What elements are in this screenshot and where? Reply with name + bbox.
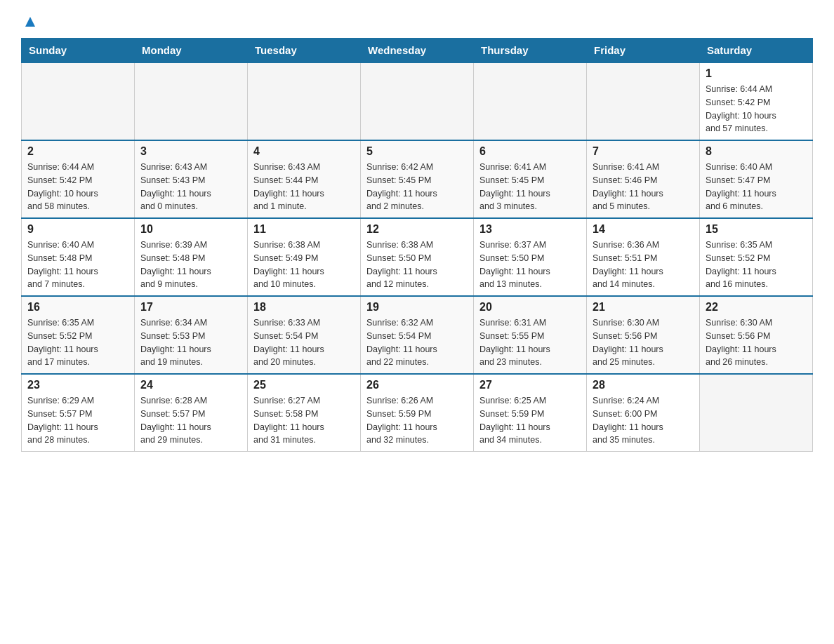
day-number: 2 xyxy=(27,145,128,158)
weekday-header-row: SundayMondayTuesdayWednesdayThursdayFrid… xyxy=(22,39,813,63)
calendar-cell: 26Sunrise: 6:26 AMSunset: 5:59 PMDayligh… xyxy=(361,374,474,452)
day-info: Sunrise: 6:27 AMSunset: 5:58 PMDaylight:… xyxy=(253,394,355,447)
calendar-cell xyxy=(135,62,248,140)
calendar-cell: 19Sunrise: 6:32 AMSunset: 5:54 PMDayligh… xyxy=(361,296,474,374)
day-info: Sunrise: 6:38 AMSunset: 5:50 PMDaylight:… xyxy=(366,239,468,291)
calendar-cell: 18Sunrise: 6:33 AMSunset: 5:54 PMDayligh… xyxy=(248,296,361,374)
day-number: 27 xyxy=(479,379,581,391)
day-number: 25 xyxy=(253,379,355,391)
day-number: 22 xyxy=(706,301,807,314)
calendar-cell xyxy=(474,62,587,140)
calendar-cell: 24Sunrise: 6:28 AMSunset: 5:57 PMDayligh… xyxy=(135,374,248,452)
calendar-week-row: 2Sunrise: 6:44 AMSunset: 5:42 PMDaylight… xyxy=(22,140,813,218)
day-info: Sunrise: 6:42 AMSunset: 5:45 PMDaylight:… xyxy=(366,161,468,213)
day-number: 17 xyxy=(140,301,241,314)
calendar-cell: 4Sunrise: 6:43 AMSunset: 5:44 PMDaylight… xyxy=(248,140,361,218)
day-info: Sunrise: 6:43 AMSunset: 5:43 PMDaylight:… xyxy=(140,161,241,213)
weekday-header-saturday: Saturday xyxy=(700,39,813,63)
calendar-week-row: 1Sunrise: 6:44 AMSunset: 5:42 PMDaylight… xyxy=(22,62,813,140)
day-info: Sunrise: 6:29 AMSunset: 5:57 PMDaylight:… xyxy=(27,394,128,447)
day-number: 10 xyxy=(140,223,241,236)
day-info: Sunrise: 6:41 AMSunset: 5:46 PMDaylight:… xyxy=(593,161,694,213)
day-info: Sunrise: 6:28 AMSunset: 5:57 PMDaylight:… xyxy=(140,394,241,447)
day-info: Sunrise: 6:41 AMSunset: 5:45 PMDaylight:… xyxy=(479,161,581,213)
calendar-cell: 9Sunrise: 6:40 AMSunset: 5:48 PMDaylight… xyxy=(22,218,135,296)
day-info: Sunrise: 6:32 AMSunset: 5:54 PMDaylight:… xyxy=(366,316,468,369)
calendar-cell: 17Sunrise: 6:34 AMSunset: 5:53 PMDayligh… xyxy=(135,296,248,374)
calendar-cell: 16Sunrise: 6:35 AMSunset: 5:52 PMDayligh… xyxy=(22,296,135,374)
calendar-cell: 2Sunrise: 6:44 AMSunset: 5:42 PMDaylight… xyxy=(22,140,135,218)
day-number: 19 xyxy=(366,301,468,314)
page-header xyxy=(21,14,813,31)
calendar-cell: 23Sunrise: 6:29 AMSunset: 5:57 PMDayligh… xyxy=(22,374,135,452)
day-info: Sunrise: 6:25 AMSunset: 5:59 PMDaylight:… xyxy=(479,394,581,447)
day-number: 8 xyxy=(706,145,807,158)
day-number: 3 xyxy=(140,145,241,158)
day-number: 6 xyxy=(479,145,581,158)
day-info: Sunrise: 6:44 AMSunset: 5:42 PMDaylight:… xyxy=(27,161,128,213)
calendar-cell xyxy=(361,62,474,140)
calendar-cell xyxy=(700,374,813,452)
calendar-cell: 7Sunrise: 6:41 AMSunset: 5:46 PMDaylight… xyxy=(587,140,700,218)
day-number: 14 xyxy=(593,223,694,236)
day-info: Sunrise: 6:34 AMSunset: 5:53 PMDaylight:… xyxy=(140,316,241,369)
day-info: Sunrise: 6:40 AMSunset: 5:47 PMDaylight:… xyxy=(706,161,807,213)
weekday-header-sunday: Sunday xyxy=(22,39,135,63)
day-info: Sunrise: 6:36 AMSunset: 5:51 PMDaylight:… xyxy=(593,239,694,291)
day-number: 4 xyxy=(253,145,355,158)
calendar-week-row: 23Sunrise: 6:29 AMSunset: 5:57 PMDayligh… xyxy=(22,374,813,452)
logo xyxy=(21,14,38,31)
calendar-cell: 10Sunrise: 6:39 AMSunset: 5:48 PMDayligh… xyxy=(135,218,248,296)
calendar-cell: 20Sunrise: 6:31 AMSunset: 5:55 PMDayligh… xyxy=(474,296,587,374)
day-info: Sunrise: 6:31 AMSunset: 5:55 PMDaylight:… xyxy=(479,316,581,369)
day-number: 23 xyxy=(27,379,128,391)
day-number: 15 xyxy=(706,223,807,236)
calendar-week-row: 16Sunrise: 6:35 AMSunset: 5:52 PMDayligh… xyxy=(22,296,813,374)
calendar-cell: 13Sunrise: 6:37 AMSunset: 5:50 PMDayligh… xyxy=(474,218,587,296)
day-info: Sunrise: 6:44 AMSunset: 5:42 PMDaylight:… xyxy=(706,83,807,135)
weekday-header-friday: Friday xyxy=(587,39,700,63)
day-info: Sunrise: 6:35 AMSunset: 5:52 PMDaylight:… xyxy=(706,239,807,291)
calendar-cell xyxy=(22,62,135,140)
day-number: 9 xyxy=(27,223,128,236)
day-number: 12 xyxy=(366,223,468,236)
calendar-cell xyxy=(248,62,361,140)
day-info: Sunrise: 6:43 AMSunset: 5:44 PMDaylight:… xyxy=(253,161,355,213)
day-info: Sunrise: 6:24 AMSunset: 6:00 PMDaylight:… xyxy=(593,394,694,447)
day-number: 21 xyxy=(593,301,694,314)
weekday-header-thursday: Thursday xyxy=(474,39,587,63)
svg-marker-0 xyxy=(25,17,35,27)
day-number: 16 xyxy=(27,301,128,314)
day-info: Sunrise: 6:39 AMSunset: 5:48 PMDaylight:… xyxy=(140,239,241,291)
calendar-cell: 6Sunrise: 6:41 AMSunset: 5:45 PMDaylight… xyxy=(474,140,587,218)
day-number: 26 xyxy=(366,379,468,391)
day-number: 20 xyxy=(479,301,581,314)
calendar-cell: 3Sunrise: 6:43 AMSunset: 5:43 PMDaylight… xyxy=(135,140,248,218)
day-number: 7 xyxy=(593,145,694,158)
day-number: 28 xyxy=(593,379,694,391)
calendar-cell: 1Sunrise: 6:44 AMSunset: 5:42 PMDaylight… xyxy=(700,62,813,140)
calendar-cell: 5Sunrise: 6:42 AMSunset: 5:45 PMDaylight… xyxy=(361,140,474,218)
calendar-cell: 27Sunrise: 6:25 AMSunset: 5:59 PMDayligh… xyxy=(474,374,587,452)
day-info: Sunrise: 6:35 AMSunset: 5:52 PMDaylight:… xyxy=(27,316,128,369)
calendar-cell: 14Sunrise: 6:36 AMSunset: 5:51 PMDayligh… xyxy=(587,218,700,296)
calendar-cell: 12Sunrise: 6:38 AMSunset: 5:50 PMDayligh… xyxy=(361,218,474,296)
day-info: Sunrise: 6:33 AMSunset: 5:54 PMDaylight:… xyxy=(253,316,355,369)
calendar-week-row: 9Sunrise: 6:40 AMSunset: 5:48 PMDaylight… xyxy=(22,218,813,296)
calendar-table: SundayMondayTuesdayWednesdayThursdayFrid… xyxy=(21,38,813,452)
calendar-cell: 15Sunrise: 6:35 AMSunset: 5:52 PMDayligh… xyxy=(700,218,813,296)
calendar-cell: 8Sunrise: 6:40 AMSunset: 5:47 PMDaylight… xyxy=(700,140,813,218)
day-number: 18 xyxy=(253,301,355,314)
calendar-cell: 11Sunrise: 6:38 AMSunset: 5:49 PMDayligh… xyxy=(248,218,361,296)
calendar-cell: 25Sunrise: 6:27 AMSunset: 5:58 PMDayligh… xyxy=(248,374,361,452)
calendar-cell: 21Sunrise: 6:30 AMSunset: 5:56 PMDayligh… xyxy=(587,296,700,374)
day-number: 13 xyxy=(479,223,581,236)
day-info: Sunrise: 6:30 AMSunset: 5:56 PMDaylight:… xyxy=(593,316,694,369)
day-info: Sunrise: 6:26 AMSunset: 5:59 PMDaylight:… xyxy=(366,394,468,447)
day-number: 1 xyxy=(706,67,807,80)
calendar-cell: 28Sunrise: 6:24 AMSunset: 6:00 PMDayligh… xyxy=(587,374,700,452)
weekday-header-monday: Monday xyxy=(135,39,248,63)
weekday-header-tuesday: Tuesday xyxy=(248,39,361,63)
logo-triangle-icon xyxy=(22,14,38,29)
day-info: Sunrise: 6:40 AMSunset: 5:48 PMDaylight:… xyxy=(27,239,128,291)
